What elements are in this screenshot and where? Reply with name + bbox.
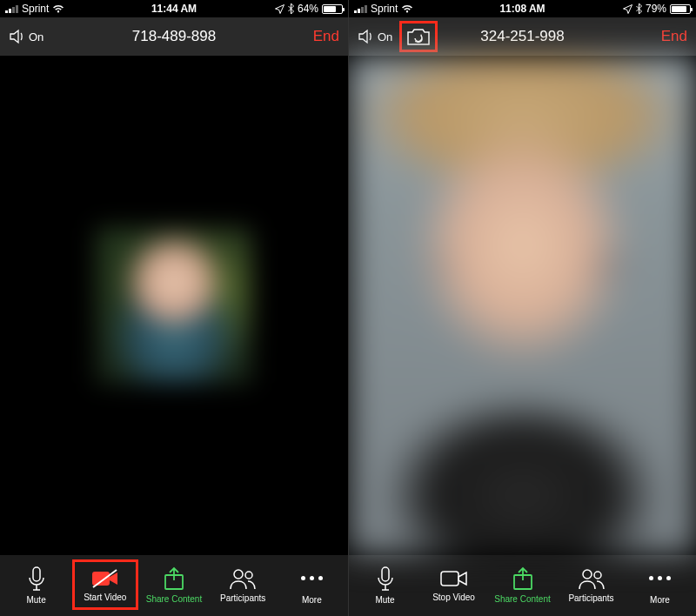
clock: 11:08 AM [499, 3, 545, 15]
share-content-button[interactable]: Share Content [141, 559, 207, 610]
bluetooth-icon [288, 3, 294, 14]
participants-button[interactable]: Participants [210, 559, 276, 610]
wifi-icon [401, 4, 413, 13]
participants-icon [577, 567, 606, 590]
participants-label: Participants [568, 593, 613, 603]
svg-rect-1 [92, 572, 110, 586]
speaker-icon [358, 29, 375, 44]
carrier-label: Sprint [371, 3, 398, 15]
status-bar: Sprint 11:08 AM 79% [349, 0, 696, 17]
share-icon [512, 566, 534, 591]
video-off-icon [90, 568, 120, 589]
mute-label: Mute [375, 595, 394, 605]
carrier-label: Sprint [22, 3, 49, 15]
status-bar: Sprint 11:44 AM 64% [0, 0, 348, 17]
battery-pct: 64% [298, 3, 318, 15]
app-header: On 718-489-898 End [0, 17, 348, 56]
start-video-button[interactable]: Start Video [72, 559, 138, 610]
more-button[interactable]: More [627, 559, 693, 610]
speaker-icon [9, 29, 26, 44]
self-video-feed [349, 56, 696, 555]
clock: 11:44 AM [151, 3, 197, 15]
speaker-button[interactable]: On [9, 29, 44, 44]
status-left: Sprint [354, 3, 413, 15]
location-icon [275, 4, 284, 14]
end-button[interactable]: End [313, 28, 339, 45]
share-content-button[interactable]: Share Content [490, 559, 556, 610]
svg-rect-6 [382, 567, 389, 581]
speaker-label: On [29, 30, 44, 44]
more-label: More [650, 595, 670, 605]
status-right: 64% [275, 3, 343, 15]
share-label: Share Content [146, 594, 203, 604]
battery-icon [670, 4, 691, 14]
app-header: On 324-251-998 End [349, 17, 696, 56]
more-icon [649, 566, 671, 592]
share-label: Share Content [494, 594, 551, 604]
wifi-icon [52, 4, 64, 13]
location-icon [623, 4, 632, 14]
toolbar: Mute Stop Video Share Content Participan… [349, 555, 696, 616]
svg-point-9 [583, 570, 592, 579]
mute-button[interactable]: Mute [3, 559, 70, 610]
mute-button[interactable]: Mute [352, 559, 418, 610]
battery-fill [324, 6, 336, 12]
svg-point-5 [245, 572, 252, 579]
video-label: Start Video [84, 593, 126, 602]
microphone-icon [25, 566, 48, 592]
battery-fill [672, 6, 686, 12]
video-area[interactable] [0, 56, 348, 555]
toolbar: Mute Start Video Share Content Participa… [0, 555, 348, 616]
video-label: Stop Video [432, 593, 475, 602]
bluetooth-icon [636, 3, 642, 14]
mute-label: Mute [26, 595, 45, 605]
phone-left: Sprint 11:44 AM 64% On 718-489-898 End [0, 0, 348, 616]
video-area[interactable] [349, 56, 696, 555]
stop-video-button[interactable]: Stop Video [421, 559, 487, 610]
flip-camera-icon [405, 26, 432, 47]
svg-rect-7 [441, 572, 458, 586]
meeting-id: 718-489-898 [132, 28, 216, 45]
video-icon [439, 568, 469, 589]
participant-avatar [96, 227, 252, 384]
signal-icon [354, 4, 367, 13]
speaker-button[interactable]: On [358, 29, 392, 44]
status-left: Sprint [5, 3, 64, 15]
svg-point-4 [234, 570, 243, 579]
participants-icon [228, 567, 258, 590]
speaker-label: On [378, 30, 392, 44]
participants-button[interactable]: Participants [559, 559, 625, 610]
flip-camera-button[interactable] [399, 21, 438, 52]
signal-icon [5, 4, 18, 13]
share-icon [163, 566, 185, 591]
status-right: 79% [623, 3, 691, 15]
svg-point-10 [594, 572, 601, 579]
end-button[interactable]: End [661, 28, 687, 45]
battery-icon [322, 4, 343, 14]
svg-rect-0 [33, 567, 40, 581]
more-icon [301, 566, 323, 592]
microphone-icon [374, 566, 397, 592]
battery-pct: 79% [646, 3, 666, 15]
more-label: More [302, 595, 322, 605]
participants-label: Participants [220, 593, 265, 603]
phone-right: Sprint 11:08 AM 79% On 324-251-998 End [348, 0, 696, 616]
more-button[interactable]: More [278, 559, 345, 610]
meeting-id: 324-251-998 [480, 28, 564, 45]
